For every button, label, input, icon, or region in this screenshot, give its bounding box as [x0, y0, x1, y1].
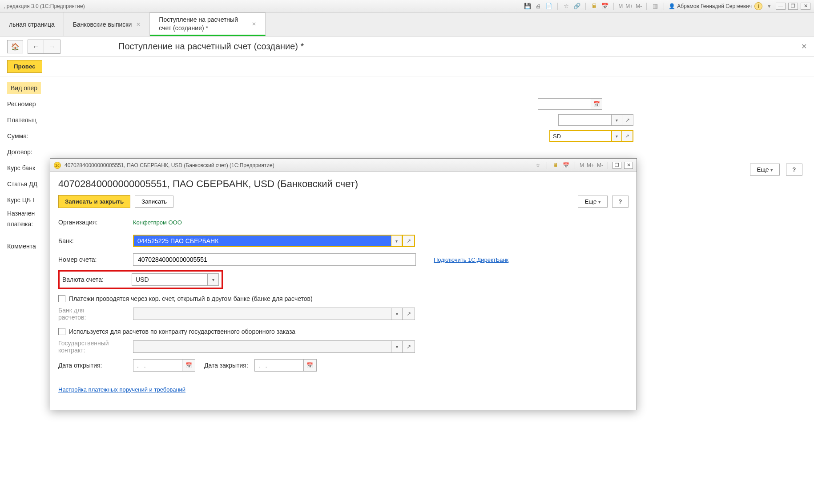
- tab-bank-statements[interactable]: Банковские выписки ✕: [64, 12, 150, 36]
- open-date-input[interactable]: . . 📅: [133, 359, 195, 372]
- open-icon[interactable]: ↗: [403, 235, 415, 247]
- save-button[interactable]: Записать: [135, 196, 173, 208]
- dropdown-icon[interactable]: ▾: [391, 340, 403, 353]
- post-button[interactable]: Провес: [7, 60, 42, 73]
- m-minus-button[interactable]: M-: [597, 162, 603, 168]
- m-button[interactable]: M: [580, 162, 584, 168]
- more-button[interactable]: Еще: [578, 196, 607, 208]
- organization-label: Организация:: [58, 219, 133, 226]
- dropdown-icon[interactable]: ▾: [612, 114, 622, 126]
- gov-contract-checkbox[interactable]: [58, 328, 65, 335]
- modal-close-button[interactable]: ✕: [624, 162, 633, 169]
- account-select-bg[interactable]: SD: [549, 130, 612, 142]
- dropdown-icon[interactable]: ▾: [391, 308, 403, 320]
- reg-number-label: Рег.номер: [7, 100, 50, 108]
- m-minus-button[interactable]: M-: [636, 3, 642, 9]
- tab-label: Поступление на расчетный счет (создание)…: [159, 16, 247, 32]
- close-date-input[interactable]: . . 📅: [254, 359, 317, 372]
- organization-link[interactable]: Конфетпром ООО: [133, 219, 182, 226]
- currency-combo[interactable]: USD ▾: [132, 273, 219, 286]
- open-icon[interactable]: ↗: [622, 130, 633, 142]
- help-button[interactable]: ?: [786, 164, 802, 176]
- dropdown-icon[interactable]: ▾: [765, 2, 773, 10]
- m-plus-button[interactable]: M+: [587, 162, 594, 168]
- action-bar: Провес: [0, 57, 814, 76]
- user-icon: 👤: [669, 3, 675, 9]
- bank-label: Банк:: [58, 237, 133, 244]
- more-button[interactable]: Еще: [750, 164, 779, 176]
- account-number-input[interactable]: [133, 253, 416, 266]
- close-icon[interactable]: ✕: [252, 21, 256, 27]
- bank-combo[interactable]: 044525225 ПАО СБЕРБАНК ▾ ↗: [133, 235, 415, 247]
- account-value-bg: SD: [553, 133, 561, 140]
- dds-article-label: Статья ДД: [7, 180, 50, 188]
- calendar-icon[interactable]: 📅: [303, 359, 317, 372]
- currency-value: USD: [136, 276, 149, 283]
- dropdown-icon[interactable]: ▾: [391, 235, 403, 247]
- doc-icon[interactable]: 📄: [545, 2, 553, 10]
- cb-rate-label: Курс ЦБ І: [7, 196, 50, 204]
- modal-maximize-button[interactable]: ❐: [613, 162, 621, 169]
- m-button[interactable]: M: [618, 3, 623, 9]
- bank-rate-label: Курс банк: [7, 164, 50, 172]
- separator: [575, 162, 575, 169]
- panels-icon[interactable]: ▥: [651, 2, 659, 10]
- gov-contract-combo[interactable]: ▾ ↗: [133, 340, 415, 353]
- tab-label: Банковские выписки: [73, 21, 132, 28]
- user-name: Абрамов Геннадий Сергеевич: [677, 3, 752, 9]
- comment-label: Коммента: [7, 243, 50, 250]
- close-date-label: Дата закрытия:: [204, 362, 248, 369]
- calendar-icon[interactable]: 📅: [591, 98, 602, 110]
- tab-incoming-payment[interactable]: Поступление на расчетный счет (создание)…: [150, 12, 266, 36]
- save-icon[interactable]: 💾: [524, 2, 532, 10]
- open-icon[interactable]: ↗: [403, 308, 415, 320]
- info-icon[interactable]: i: [754, 2, 762, 10]
- separator: [646, 3, 647, 10]
- restore-button[interactable]: ❐: [788, 3, 798, 10]
- open-icon[interactable]: ↗: [622, 114, 633, 126]
- close-page-button[interactable]: ✕: [801, 42, 807, 51]
- home-button[interactable]: 🏠: [7, 40, 23, 53]
- m-plus-button[interactable]: M+: [625, 3, 633, 9]
- minimize-button[interactable]: —: [776, 3, 786, 10]
- settlement-bank-label: Банк для расчетов:: [58, 307, 133, 321]
- favorite-icon[interactable]: ☆: [534, 161, 542, 169]
- forward-button[interactable]: →: [44, 40, 60, 53]
- modal-titlebar: 1c 40702840000000005551, ПАО СБЕРБАНК, U…: [50, 159, 637, 172]
- gov-contract-checkbox-row: Используется для расчетов по контракту г…: [58, 324, 629, 339]
- gov-contract-checkbox-label: Используется для расчетов по контракту г…: [69, 328, 295, 335]
- open-icon[interactable]: ↗: [403, 340, 415, 353]
- help-button[interactable]: ?: [612, 196, 629, 208]
- tab-start-page[interactable]: льная страница: [0, 12, 64, 36]
- calendar-icon[interactable]: 📅: [182, 359, 195, 372]
- corr-bank-checkbox[interactable]: [58, 295, 65, 302]
- account-number-field[interactable]: [137, 256, 412, 264]
- calc-icon[interactable]: 🖩: [590, 2, 598, 10]
- close-button[interactable]: ✕: [801, 3, 810, 10]
- payment-settings-link[interactable]: Настройка платежных поручений и требован…: [58, 386, 185, 393]
- dropdown-icon[interactable]: ▾: [207, 273, 219, 286]
- page-title: Поступление на расчетный счет (создание)…: [118, 41, 304, 52]
- calendar-icon[interactable]: 📅: [601, 2, 609, 10]
- close-icon[interactable]: ✕: [136, 21, 141, 28]
- tab-label: льная страница: [9, 21, 55, 28]
- dropdown-icon[interactable]: ▾: [612, 130, 622, 142]
- settlement-bank-combo[interactable]: ▾ ↗: [133, 308, 415, 320]
- app-titlebar: , редакция 3.0 (1С:Предприятие) 💾 🖨 📄 ☆ …: [0, 0, 814, 12]
- user-indicator[interactable]: 👤 Абрамов Геннадий Сергеевич: [669, 3, 752, 9]
- amount-label: Сумма:: [7, 132, 50, 140]
- calc-icon[interactable]: 🖩: [552, 161, 560, 169]
- link-icon[interactable]: 🔗: [573, 2, 581, 10]
- star-icon[interactable]: ☆: [562, 2, 570, 10]
- bank-account-modal: 1c 40702840000000005551, ПАО СБЕРБАНК, U…: [50, 158, 637, 410]
- separator: [664, 3, 664, 10]
- payer-input[interactable]: [558, 114, 612, 126]
- print-icon[interactable]: 🖨: [534, 2, 542, 10]
- separator: [557, 3, 558, 10]
- save-and-close-button[interactable]: Записать и закрыть: [58, 195, 130, 208]
- directbank-link[interactable]: Подключить 1С:ДиректБанк: [434, 256, 508, 263]
- back-button[interactable]: ←: [28, 40, 44, 53]
- calendar-icon[interactable]: 📅: [562, 161, 570, 169]
- purpose-label-2: платежа:: [7, 220, 50, 228]
- reg-number-input[interactable]: [538, 98, 591, 110]
